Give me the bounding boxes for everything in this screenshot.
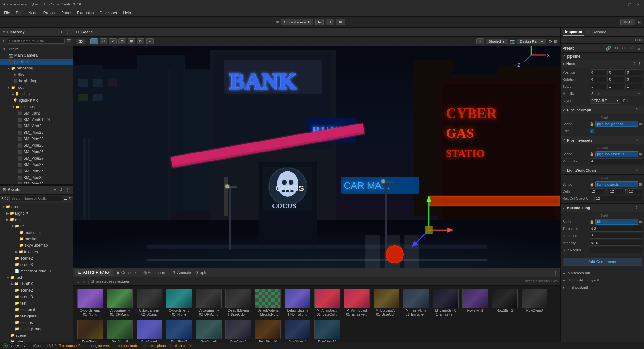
hierarchy-tree-item-20[interactable]: ⬛ SM_Pipe36 (0, 174, 73, 181)
asset-thumb-23[interactable]: Row2Item11 (283, 319, 312, 342)
pipeline-assets-more[interactable]: ⋮ (639, 138, 642, 142)
assets-tree-item-7[interactable]: ▶ 📁 textures (0, 249, 73, 255)
asset-thumb-1[interactable]: CyborgEnemy 01_ORM.png (106, 288, 134, 317)
assets-tree-item-4[interactable]: 📁 materials (0, 229, 73, 236)
materials-value[interactable]: 4 (590, 158, 642, 164)
pa-link-icon[interactable]: ⊞ (639, 152, 642, 156)
hierarchy-tree-item-16[interactable]: ⬛ SM_Pipe26 (0, 149, 73, 155)
hierarchy-menu-btn[interactable]: ⋮ (65, 30, 71, 35)
asset-thumb-17[interactable]: Row2Item5 (106, 319, 134, 342)
transform-button[interactable]: ⊞ (128, 38, 135, 44)
hierarchy-tree-item-14[interactable]: ⬛ SM_Pipe23 (0, 136, 73, 142)
pipeline-assets-help[interactable]: ? (636, 138, 638, 142)
cells-x[interactable]: 12 (590, 188, 604, 194)
shaded-button[interactable]: Shaded ▼ (486, 39, 508, 44)
prefab-settings-btn[interactable]: ⚙ (621, 45, 627, 51)
bloom-setting-header[interactable]: ✓ BloomSetting ? ⋮ (561, 204, 644, 212)
add-component-button[interactable]: Add Component (563, 258, 642, 266)
light-cluster-check[interactable]: ✓ (563, 168, 566, 173)
pipeline-checkbox[interactable]: ✓ (563, 54, 566, 59)
asset-thumb-5[interactable]: DefaultMateria l_BaseColor... (224, 288, 252, 317)
hierarchy-tree-item-9[interactable]: ▼ 📁 meshes (0, 104, 73, 110)
scale-y[interactable]: 1 (607, 84, 624, 89)
assets-tree-item-5[interactable]: 📁 meshes (0, 236, 73, 242)
scene-settings-btn[interactable]: ⚙ (548, 39, 552, 44)
status-circle-3[interactable]: 0 (15, 343, 21, 348)
menu-help[interactable]: Help (120, 10, 134, 16)
service-tab[interactable]: Service (591, 29, 608, 35)
snap-button[interactable]: ⧉ (137, 38, 144, 44)
hierarchy-search-input[interactable] (7, 38, 65, 44)
rotation-x[interactable]: 0 (590, 77, 606, 82)
iterations-value[interactable]: 2 (590, 233, 642, 239)
translate-button[interactable]: ✛ (90, 38, 98, 44)
minimize-button[interactable]: ─ (619, 2, 625, 7)
play-button[interactable]: ▶ (315, 19, 324, 25)
rotation-z[interactable]: 0 (625, 77, 642, 82)
assets-tree-item-0[interactable]: ▼ 📁 assets (0, 204, 73, 210)
camera-icon[interactable]: 📷 (510, 39, 515, 44)
menu-extension[interactable]: Extension (74, 10, 97, 16)
prefab-expand-btn[interactable]: ⊞ (636, 45, 642, 51)
pipeline-assets-header[interactable]: ✓ PipelineAssets ? ⋮ (561, 136, 644, 144)
asset-thumb-9[interactable]: M_AnimBoard 01_Emissive... (343, 288, 371, 317)
asset-thumb-24[interactable]: Row2Item12 (313, 319, 341, 342)
assets-tree-item-9[interactable]: 📁 scene3 (0, 262, 73, 268)
pg-edit-checkbox[interactable]: ✓ (590, 129, 594, 133)
light-cluster-more[interactable]: ⋮ (639, 168, 642, 172)
prefab-restore-btn[interactable]: ⏎ (629, 45, 635, 51)
hierarchy-tree-item-3[interactable]: ▼ 📁 rendering (0, 65, 73, 71)
bottom-panel-menu-btn[interactable]: ⋮ (553, 270, 559, 276)
hierarchy-tree-item-4[interactable]: ☀ Sky (0, 71, 73, 78)
menu-panel[interactable]: Panel (59, 10, 74, 16)
max-cell-value[interactable]: 12 (594, 196, 642, 201)
asset-thumb-16[interactable]: Row2Item4 (76, 319, 104, 342)
scene-more-btn[interactable]: ⊞ (554, 39, 558, 44)
node-more-btn[interactable]: ⋮ (637, 62, 642, 66)
scene-viewport[interactable]: BANK BANK BUY! (73, 46, 560, 268)
assets-tree-item-20[interactable]: 📁 scene (0, 332, 73, 339)
rect-button[interactable]: ⊡ (118, 38, 126, 44)
asset-thumb-6[interactable]: DefaultMateria l_MetallicRo... (254, 288, 282, 317)
inspector-menu-btn[interactable]: ⋮ (637, 30, 641, 34)
assets-tree-item-14[interactable]: 📁 scene3 (0, 294, 73, 300)
assets-tree-item-6[interactable]: 📁 sky-cubemap (0, 242, 73, 249)
assets-tree-item-13[interactable]: 📁 scene2 (0, 287, 73, 294)
inspector-maximize-btn[interactable]: ⊡ (639, 38, 642, 42)
node-help-btn[interactable]: ? (633, 62, 636, 66)
menu-node[interactable]: Node (26, 10, 40, 16)
pg-script-field[interactable]: pipeline-graph.ts (595, 121, 638, 127)
pg-link-icon[interactable]: ⊞ (639, 122, 642, 126)
light-cluster-help[interactable]: ? (636, 168, 638, 172)
assets-tree-item-16[interactable]: 📁 test-emit (0, 307, 73, 313)
tab-animation-graph[interactable]: ⊞ Animation Graph (169, 270, 209, 276)
assets-search-input[interactable] (9, 196, 62, 201)
status-circle-1[interactable]: 0 (3, 343, 8, 348)
tab-animation[interactable]: ◎ Animation (140, 270, 168, 276)
tab-assets-preview[interactable]: 🖼 Assets Preview (75, 269, 113, 276)
assets-next-btn[interactable]: › (82, 279, 86, 284)
asset-thumb-21[interactable]: Row2Item9 (224, 319, 252, 342)
pipeline-assets-check[interactable]: ✓ (563, 138, 566, 142)
asset-thumb-12[interactable]: M_LampSet_0 1_Emissive... (431, 288, 460, 317)
hierarchy-add-icon[interactable]: + (1, 38, 6, 43)
close-button[interactable]: ✕ (635, 2, 641, 7)
hierarchy-tree-item-7[interactable]: ▶ 💡 lights (0, 91, 73, 97)
assets-tree-item-10[interactable]: 📄 reflectionProbe_0 (0, 268, 73, 274)
light-icon[interactable]: ☀ (476, 38, 484, 44)
assets-locate-icon[interactable]: ◎ (5, 196, 8, 201)
hierarchy-tree-item-12[interactable]: ⬛ SM_Vent2 (0, 123, 73, 129)
threshold-value[interactable]: 0.3 (590, 226, 642, 232)
assets-tree-item-18[interactable]: 📁 test-ins (0, 319, 73, 326)
position-z[interactable]: 0 (625, 69, 642, 75)
asset-thumb-22[interactable]: Row2Item10 (254, 319, 282, 342)
assets-refresh-icon[interactable]: ↺ (69, 196, 72, 201)
blur-radius-value[interactable]: 1 (590, 247, 642, 253)
assets-tree-item-1[interactable]: ▶ 📁 LightFX (0, 210, 73, 216)
assets-tree-item-3[interactable]: ▼ 📁 res (0, 223, 73, 229)
bloom-setting-check[interactable]: ✓ (563, 206, 566, 210)
hierarchy-add-btn[interactable]: + (59, 30, 63, 35)
assets-add-icon[interactable]: + (1, 196, 4, 201)
asset-thumb-3[interactable]: CyborgEnemy 02_N.png (165, 288, 193, 317)
asset-thumb-10[interactable]: M_Building08_ 01_BaseCol... (372, 288, 401, 317)
